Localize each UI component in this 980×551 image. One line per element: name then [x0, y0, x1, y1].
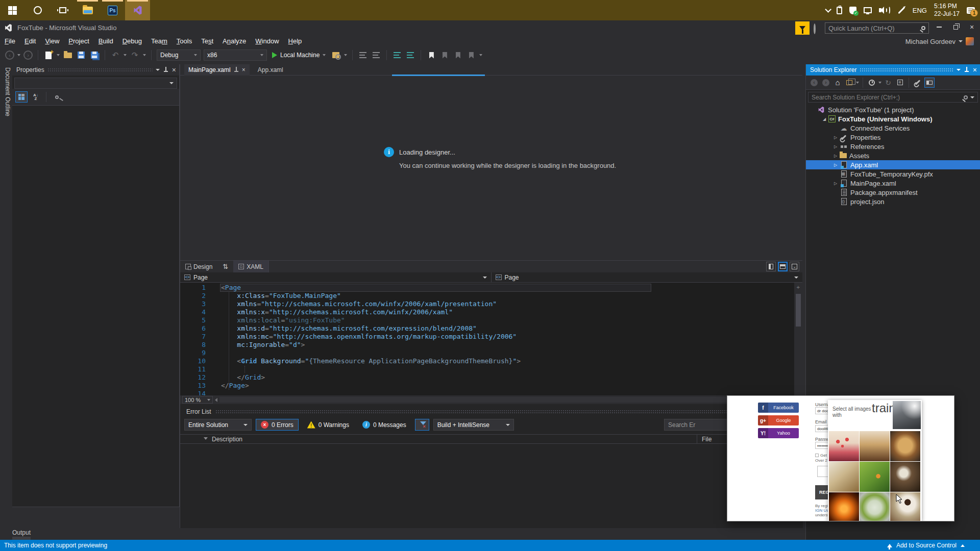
vertical-scrollbar[interactable]: ✛ [794, 283, 802, 395]
undo-dropdown-icon[interactable] [124, 54, 127, 56]
code-line-1[interactable]: <Page [180, 284, 794, 292]
code-line-6[interactable]: xmlns:d="http://schemas.microsoft.com/ex… [180, 324, 794, 333]
cortana-button[interactable] [25, 0, 50, 20]
navigate-forward-button[interactable]: › [23, 51, 33, 60]
xaml-tab[interactable]: ⊡ XAML [233, 261, 269, 273]
language-indicator[interactable]: ENG [913, 7, 927, 14]
captcha-cell-breakfast-plate[interactable] [829, 462, 859, 492]
properties-object-select[interactable] [14, 78, 177, 89]
column-file[interactable]: File [702, 436, 712, 443]
network-icon[interactable] [864, 7, 872, 13]
code-line-10[interactable]: <Grid Background="{ThemeResource Applica… [180, 357, 794, 365]
uncomment-button[interactable] [405, 50, 415, 60]
code-line-9[interactable] [180, 349, 794, 357]
configuration-select[interactable]: Debug [157, 49, 201, 61]
bookmark-button[interactable] [426, 50, 436, 60]
scroll-left-icon[interactable] [215, 398, 217, 402]
menu-tools[interactable]: Tools [172, 36, 197, 47]
file-explorer-button[interactable] [75, 0, 100, 20]
newsletter-checkbox[interactable] [815, 454, 819, 457]
warnings-filter-button[interactable]: !0 Warnings [303, 419, 354, 431]
captcha-cell-salad-plate[interactable] [860, 492, 890, 521]
pending-changes-button[interactable] [867, 78, 877, 88]
collapse-all-button[interactable]: ≡ [895, 78, 905, 88]
tree-item-solution-foxtube-1-project[interactable]: Solution 'FoxTube' (1 project) [806, 105, 980, 114]
browser-preview-window[interactable]: fFacebookg+GoogleY!Yahoo Userna dr dool … [727, 395, 954, 521]
prev-bookmark-button[interactable] [439, 50, 450, 60]
solution-search-input[interactable]: Search Solution Explorer (Ctrl+;) [808, 92, 978, 103]
switch-views-dropdown-icon[interactable] [856, 82, 859, 84]
menu-debug[interactable]: Debug [118, 36, 146, 47]
feedback-person-icon[interactable] [813, 24, 820, 32]
categorized-button[interactable] [15, 91, 28, 103]
navigate-back-button[interactable]: ‹ [5, 51, 14, 60]
properties-header[interactable]: Properties × [12, 64, 179, 76]
back-button[interactable]: ‹ [809, 78, 819, 88]
menu-help[interactable]: Help [284, 36, 307, 47]
close-icon[interactable]: × [242, 67, 246, 73]
captcha-cell-coffee-cookies[interactable] [890, 492, 920, 521]
xaml-code-editor[interactable]: 1234567891011121314 <Page x:Class="FoxTu… [180, 283, 802, 395]
captcha-cell-strawberry-cake[interactable] [829, 431, 859, 461]
start-debugging-button[interactable]: Local Machine [270, 52, 328, 59]
feedback-button[interactable] [795, 21, 810, 35]
google-login-button[interactable]: g+Google [758, 415, 799, 425]
pin-icon[interactable] [234, 67, 238, 73]
code-line-11[interactable] [180, 365, 794, 373]
undo-button[interactable]: ↶ [110, 50, 120, 60]
refresh-button[interactable]: ↻ [883, 78, 893, 88]
yahoo-login-button[interactable]: Y!Yahoo [758, 428, 799, 438]
horizontal-split-button[interactable] [778, 262, 788, 271]
pending-changes-dropdown-icon[interactable] [878, 82, 881, 84]
expander-icon[interactable]: ▷ [831, 135, 840, 140]
alphabetical-button[interactable]: A↓Z [30, 91, 42, 103]
tree-item-app-xaml[interactable]: ▷App.xaml [806, 160, 980, 169]
expander-icon[interactable]: ▷ [831, 181, 840, 186]
messages-filter-button[interactable]: i0 Messages [358, 419, 411, 431]
collapse-pane-button[interactable]: ⌄ [790, 262, 799, 271]
source-select[interactable]: Build + IntelliSense [433, 419, 514, 431]
clock[interactable]: 5:16 PM22-Jul-17 [934, 3, 960, 18]
properties-button[interactable] [913, 78, 923, 88]
hidden-icons-chevron[interactable] [825, 6, 831, 13]
usb-device-icon[interactable] [837, 7, 842, 14]
platform-select[interactable]: x86 [204, 49, 267, 61]
save-all-button[interactable] [89, 50, 100, 60]
solution-explorer-header[interactable]: Solution Explorer × [806, 64, 980, 76]
menu-view[interactable]: View [40, 36, 64, 47]
element-breadcrumb-right[interactable]: <> Page [492, 272, 803, 282]
recaptcha-checkbox[interactable] [817, 466, 828, 477]
redo-button[interactable]: ↷ [130, 50, 140, 60]
expander-icon[interactable]: ▷ [831, 154, 840, 158]
minimize-button[interactable] [931, 20, 947, 34]
captcha-cell-pancakes-plate[interactable] [890, 431, 920, 461]
code-line-13[interactable]: </Page> [180, 382, 794, 390]
back-dropdown-icon[interactable] [17, 54, 20, 56]
facebook-login-button[interactable]: fFacebook [758, 403, 799, 413]
code-line-7[interactable]: xmlns:mc="http://schemas.openxmlformats.… [180, 333, 794, 341]
captcha-cell-salad-bowl[interactable] [860, 462, 890, 492]
swap-panes-button[interactable]: ⇅ [217, 263, 233, 270]
account-area[interactable]: Michael Gordeev [905, 36, 974, 47]
windows-ink-icon[interactable] [898, 7, 904, 13]
bookmark-overflow-icon[interactable] [479, 54, 482, 56]
captcha-cell-glowing-bowl[interactable] [829, 492, 859, 521]
pin-icon[interactable] [965, 67, 969, 73]
expander-icon[interactable]: ▷ [831, 144, 840, 149]
next-bookmark-button[interactable] [453, 50, 463, 60]
preview-selected-items-button[interactable] [924, 78, 935, 88]
element-breadcrumb-left[interactable]: <> Page [180, 272, 492, 282]
redo-dropdown-icon[interactable] [143, 54, 146, 56]
close-icon[interactable]: × [172, 67, 176, 73]
photoshop-button[interactable] [100, 0, 125, 20]
action-center-icon[interactable]: 1 [967, 7, 975, 14]
volume-icon[interactable] [879, 6, 890, 14]
scope-select[interactable]: Entire Solution [184, 419, 252, 431]
scrollbar-thumb[interactable] [796, 294, 801, 327]
forward-button[interactable]: › [821, 78, 831, 88]
menu-edit[interactable]: Edit [20, 36, 40, 47]
pin-icon[interactable] [164, 67, 168, 73]
code-line-2[interactable]: x:Class="FoxTube.MainPage" [180, 292, 794, 300]
code-line-8[interactable]: mc:Ignorable="d"> [180, 341, 794, 349]
start-button[interactable] [0, 0, 25, 20]
